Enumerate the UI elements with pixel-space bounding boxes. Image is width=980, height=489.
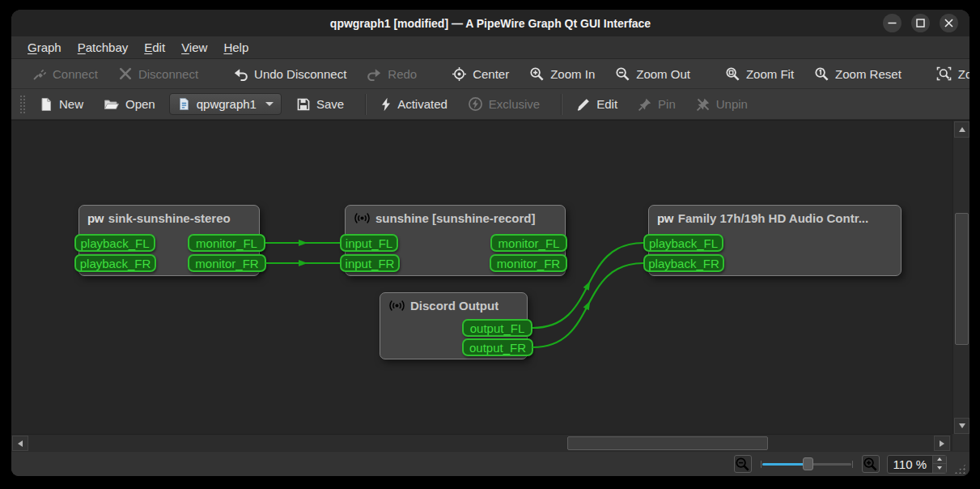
toolbar-button-unpin[interactable]: Unpin [689,93,754,116]
toolbar-button-pin[interactable]: Pin [631,93,682,116]
toolbar-button-label: Zoom Reset [835,67,902,81]
titlebar[interactable]: qpwgraph1 [modified] — A PipeWire Graph … [11,10,969,36]
zoom-spinbox[interactable]: 110 % [887,455,947,474]
toolbar-button-label: Zoom Range [958,67,969,81]
slider-fill [762,463,808,466]
zoom-slider[interactable] [759,457,855,471]
port-input-fr[interactable]: input_FR [340,254,400,272]
toolbar-button-connect[interactable]: Connect [26,62,104,85]
status-zoom-in-icon [863,457,878,472]
toolbar-button-edit[interactable]: Edit [570,93,624,116]
toolbar-button-open[interactable]: Open [97,93,162,116]
toolbar-button-label: Activated [397,97,448,111]
toolbar-button-center[interactable]: Center [445,62,515,85]
spin-up-button[interactable] [933,456,946,465]
toolbar-button-label: Unpin [716,97,748,111]
port-playback-fl[interactable]: playback_FL [74,234,155,252]
toolbar-button-disconnect[interactable]: Disconnect [112,62,205,85]
zoom-reset-icon [814,66,829,82]
arrow-down-icon [959,423,965,428]
toolbar-button-exclusive[interactable]: Exclusive [461,93,546,116]
arrow-up-icon [959,127,965,132]
unpin-icon [696,97,711,112]
close-button[interactable] [940,14,958,32]
redo-icon [367,66,382,81]
stream-icon [354,211,371,225]
toolbar-button-activated[interactable]: Activated [374,93,454,116]
edit-icon [576,97,591,112]
toolbar-button-undo-disconnect[interactable]: Undo Disconnect [227,62,353,85]
toolbar-button-new[interactable]: New [32,93,90,116]
toolbar-button-label: Redo [388,67,417,81]
menu-item-graph[interactable]: Graph [19,38,70,57]
window-controls [883,14,958,32]
menu-item-view[interactable]: View [173,38,215,57]
menu-item-edit[interactable]: Edit [136,38,173,57]
zoom-slider-handle[interactable] [803,457,813,470]
new-icon [39,97,53,112]
horizontal-scrollbar-thumb[interactable] [567,436,768,450]
toolbar-button-label: Undo Disconnect [254,67,346,81]
menu-item-patchbay[interactable]: Patchbay [70,38,137,57]
status-zoom-out-icon [735,457,750,472]
toolbar-button-zoom-out[interactable]: Zoom Out [609,62,697,85]
zoom-out-icon [615,66,630,82]
toolbar-button-label: Zoom In [550,67,595,81]
toolbar-button-zoom-reset[interactable]: Zoom Reset [808,62,908,85]
spin-down-button[interactable] [933,464,946,473]
port-input-fl[interactable]: input_FL [340,234,398,252]
toolbar-button-save[interactable]: Save [290,93,350,116]
spin-down-icon [937,466,942,470]
toolbar-button-zoom-range[interactable]: Zoom Range [930,62,969,85]
port-monitor-fr[interactable]: monitor_FR [188,254,266,272]
open-icon [104,97,120,112]
minimize-icon [883,14,902,32]
scroll-down-button[interactable] [954,418,969,434]
menu-item-help[interactable]: Help [215,38,257,57]
close-icon [940,14,958,32]
port-playback-fr[interactable]: playback_FR [643,254,724,272]
app-window: qpwgraph1 [modified] — A PipeWire Graph … [11,10,969,476]
spin-up-icon [937,457,942,461]
patchbay-preset-combo[interactable]: qpwgraph1 [169,93,282,115]
port-monitor-fr[interactable]: monitor_FR [490,254,567,272]
node-title: Discord Output [410,299,498,313]
node-header: pwFamily 17h/19h HD Audio Contr... [649,206,901,225]
connect-icon [32,66,47,81]
minimize-button[interactable] [883,14,902,32]
scroll-right-button[interactable] [934,436,950,451]
patchbay-file-icon [177,97,191,111]
status-zoom-in-button[interactable] [862,455,880,473]
port-playback-fr[interactable]: playback_FR [74,254,156,272]
port-output-fr[interactable]: output_FR [462,338,533,356]
toolbar-button-zoom-in[interactable]: Zoom In [523,62,601,85]
scroll-up-button[interactable] [954,121,969,138]
node-title: sink-sunshine-stereo [108,211,231,225]
graph-canvas[interactable]: pwsink-sunshine-stereoplayback_FLplaybac… [11,120,969,451]
scroll-left-button[interactable] [12,436,28,451]
port-output-fl[interactable]: output_FL [462,319,532,337]
arrow-left-icon [18,440,23,447]
toolbar-button-label: Pin [658,97,676,111]
toolbar-handle[interactable] [19,95,26,114]
stream-icon [388,299,405,313]
vertical-scrollbar[interactable] [952,121,969,435]
toolbar-button-redo[interactable]: Redo [360,62,423,85]
port-monitor-fl[interactable]: monitor_FL [490,234,567,252]
vertical-scrollbar-thumb[interactable] [955,213,969,345]
undo-icon [233,66,248,81]
resize-grip[interactable] [954,463,967,474]
slider-tick [761,461,762,468]
toolbar-button-zoom-fit[interactable]: Zoom Fit [719,62,800,85]
status-bar: 110 % [11,451,969,476]
toolbar-separator [561,94,562,115]
horizontal-scrollbar[interactable] [11,434,951,451]
zoom-fit-icon [725,66,740,82]
port-playback-fl[interactable]: playback_FL [643,234,723,252]
activated-icon [380,97,392,112]
status-zoom-out-button[interactable] [734,455,752,473]
toolbar-button-label: Edit [596,97,617,111]
maximize-icon [911,14,930,32]
maximize-button[interactable] [911,14,930,32]
port-monitor-fl[interactable]: monitor_FL [188,234,265,252]
